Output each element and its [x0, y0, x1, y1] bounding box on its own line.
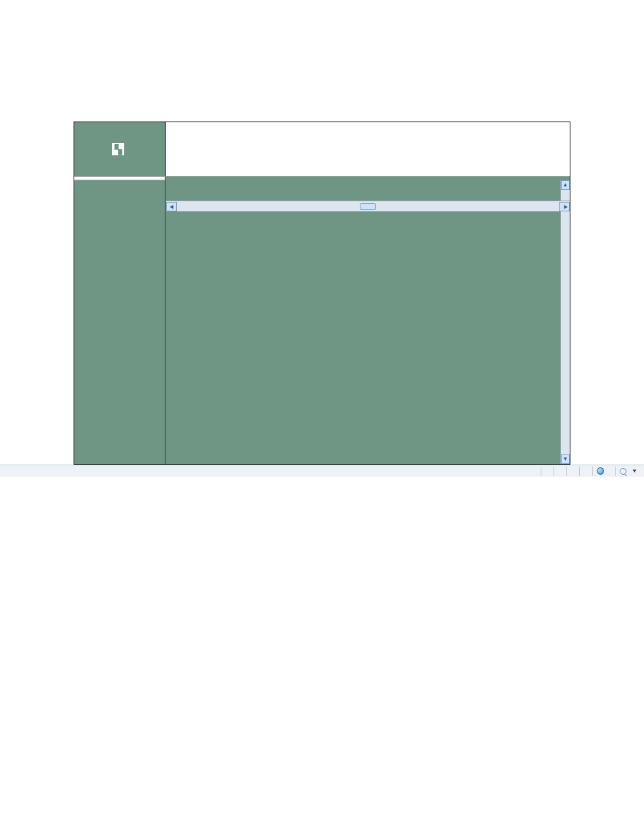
chevron-down-icon[interactable]: ▼ [632, 468, 637, 474]
header-panel [166, 122, 570, 176]
globe-icon [597, 467, 604, 475]
horizontal-scrollbar[interactable] [166, 201, 570, 211]
browser-status-bar: ▼ [0, 465, 644, 477]
sidebar-nav [74, 180, 166, 464]
brand-flag-icon: ▚ [112, 143, 124, 155]
scroll-thumb[interactable] [360, 203, 376, 210]
scroll-up-arrow-icon[interactable]: ▲ [561, 180, 570, 190]
content-pane: ▲ ▼ [166, 180, 570, 464]
brand-logo: ▚ [74, 122, 166, 176]
vertical-scrollbar[interactable]: ▲ ▼ [560, 180, 570, 464]
scroll-down-arrow-icon[interactable]: ▼ [561, 454, 570, 464]
zoom-icon [620, 468, 626, 475]
security-zone [592, 467, 611, 476]
scroll-left-arrow-icon[interactable] [166, 202, 177, 211]
app-window: ▚ ▲ ▼ [74, 122, 570, 465]
scroll-right-arrow-icon[interactable] [559, 202, 570, 211]
zoom-control[interactable]: ▼ [615, 467, 641, 476]
